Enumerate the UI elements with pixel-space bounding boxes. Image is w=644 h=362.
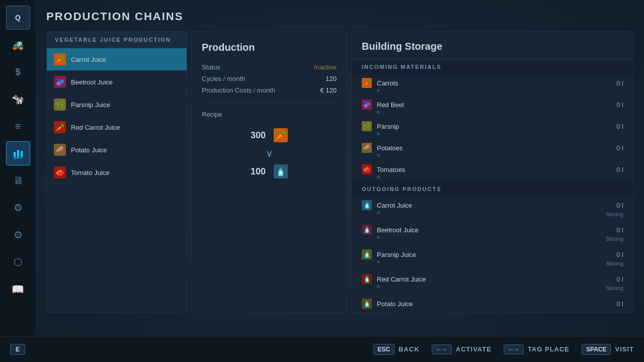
tomato-juice-label: Tomato Juice [71, 169, 110, 176]
divider-1 [202, 102, 337, 103]
recipe-item-beetroot-juice[interactable]: 🫐 Beetroot Juice [47, 71, 187, 94]
space-key-cap: SPACE [582, 344, 611, 355]
red-carrot-juice-out-amount: 0 l [616, 276, 623, 283]
activate-button[interactable]: ←→ ACTIVATE [432, 344, 492, 354]
red-carrot-juice-icon: 🥕 [54, 121, 66, 133]
red-beet-dot [377, 111, 380, 114]
sidebar-item-gears[interactable]: ⚙ [6, 196, 30, 220]
recipe-item-potato-juice[interactable]: 🥔 Potato Juice [47, 139, 187, 161]
sidebar-item-production[interactable] [6, 141, 30, 165]
sidebar-item-finance[interactable]: $ [6, 60, 30, 84]
storage-item-carrots: 🥕 Carrots 0 l [352, 74, 633, 96]
ingredient-1-icon: 🥕 [274, 128, 288, 142]
potatoes-amount: 0 l [616, 144, 623, 152]
activate-label: ACTIVATE [456, 345, 492, 353]
tomatoes-name: Tomatoes [377, 166, 611, 173]
main-content: PRODUCTION CHAINS VEGETABLE JUICE PRODUC… [36, 0, 644, 362]
costs-value: € 120 [320, 86, 337, 94]
result-1-icon: 🧴 [274, 164, 288, 178]
sidebar-item-tractor[interactable]: 🚜 [6, 33, 30, 57]
carrots-name: Carrots [377, 79, 611, 87]
red-carrot-juice-out-name: Red Carrot Juice [377, 276, 611, 283]
recipe-item-parsnip-juice[interactable]: 🌿 Parsnip Juice [47, 94, 187, 116]
recipe-item-tomato-juice[interactable]: 🍅 Tomato Juice [47, 161, 187, 184]
visit-button[interactable]: SPACE VISIT [582, 344, 634, 355]
result-1-amount: 100 [251, 166, 266, 177]
svg-rect-2 [21, 151, 23, 157]
back-button[interactable]: ESC BACK [373, 344, 420, 355]
arrow-down-icon: ∨ [266, 147, 273, 159]
carrot-juice-dot [377, 211, 380, 214]
potatoes-icon: 🥔 [362, 143, 372, 153]
cycles-value: 120 [326, 75, 337, 82]
carrots-amount: 0 l [616, 79, 623, 87]
sidebar-item-q[interactable]: Q [6, 6, 30, 30]
parsnip-juice-out-icon: 🧴 [362, 249, 372, 259]
parsnip-juice-dot [377, 260, 380, 263]
parsnip-juice-status: Storing [382, 260, 623, 266]
recipe-ingredient-1: 300 🥕 [251, 128, 288, 142]
carrot-juice-icon: 🥕 [54, 53, 66, 65]
beetroot-juice-status: Storing [382, 236, 623, 242]
sidebar-item-monitor[interactable]: 🖥 [6, 168, 30, 193]
production-title: Production [202, 42, 337, 53]
potatoes-name: Potatoes [377, 144, 611, 152]
activate-key-cap: ←→ [432, 344, 452, 354]
recipe-result-1: 100 🧴 [251, 164, 288, 178]
red-beet-amount: 0 l [616, 101, 623, 109]
incoming-materials-header: INCOMING MATERIALS [352, 60, 633, 74]
svg-rect-1 [17, 150, 19, 157]
vegetable-juice-header: VEGETABLE JUICE PRODUCTION [47, 32, 187, 48]
storage-content[interactable]: INCOMING MATERIALS 🥕 Carrots 0 l 🫐 Red B… [352, 60, 633, 309]
tomatoes-amount: 0 l [616, 166, 623, 173]
recipe-item-carrot-juice[interactable]: 🥕 Carrot Juice [47, 48, 187, 71]
storage-item-red-carrot-juice-out: 🧴 Red Carrot Juice 0 l Storing [352, 270, 633, 295]
costs-label: Production Costs / month [202, 86, 275, 94]
parsnip-juice-icon: 🌿 [54, 99, 66, 111]
potato-juice-out-icon: 🧴 [362, 299, 372, 309]
beetroot-juice-out-name: Beetroot Juice [377, 226, 611, 234]
recipe-item-red-carrot-juice[interactable]: 🥕 Red Carrot Juice [47, 116, 187, 139]
beetroot-juice-label: Beetroot Juice [71, 78, 113, 86]
tag-place-button[interactable]: ←→ TAG PLACE [504, 344, 570, 354]
carrot-juice-out-icon: 🧴 [362, 200, 372, 210]
sidebar-item-book[interactable]: 📖 [6, 277, 30, 301]
parsnip-juice-out-name: Parsnip Juice [377, 251, 611, 258]
storage-item-parsnip-juice-out: 🧴 Parsnip Juice 0 l Storing [352, 245, 633, 270]
parsnip-dot [377, 132, 380, 135]
beetroot-juice-out-icon: 🧴 [362, 225, 372, 235]
potato-juice-label: Potato Juice [71, 146, 107, 154]
sidebar-item-network[interactable]: ⬡ [6, 250, 30, 274]
outgoing-products-header: OUTGOING PRODUCTS [352, 182, 633, 196]
cycles-label: Cycles / month [202, 75, 245, 82]
storage-item-beetroot-juice-out: 🧴 Beetroot Juice 0 l Storing [352, 221, 633, 245]
visit-label: VISIT [615, 345, 634, 353]
storage-item-potatoes: 🥔 Potatoes 0 l [352, 139, 633, 160]
beetroot-juice-out-amount: 0 l [616, 226, 623, 234]
building-storage-panel: Building Storage INCOMING MATERIALS 🥕 Ca… [351, 31, 634, 313]
red-carrot-juice-out-icon: 🧴 [362, 274, 372, 284]
storage-title: Building Storage [352, 32, 633, 60]
potato-juice-icon: 🥔 [54, 144, 66, 156]
bottom-bar: E ESC BACK ←→ ACTIVATE ←→ TAG PLACE SPAC… [0, 336, 644, 362]
red-beet-name: Red Beet [377, 101, 611, 109]
tag-place-key-cap: ←→ [504, 344, 524, 354]
sidebar-item-tasks[interactable]: ≡ [6, 114, 30, 138]
tag-place-label: TAG PLACE [528, 345, 570, 353]
carrots-icon: 🥕 [362, 78, 372, 88]
storage-item-carrot-juice-out: 🧴 Carrot Juice 0 l Storing [352, 196, 633, 221]
storage-item-parsnip: 🌿 Parsnip 0 l [352, 117, 633, 139]
sidebar-item-settings[interactable]: ⚙ [6, 223, 30, 247]
red-carrot-juice-label: Red Carrot Juice [71, 124, 120, 131]
svg-rect-0 [14, 152, 16, 157]
back-label: BACK [398, 345, 420, 353]
esc-key-cap: ESC [373, 344, 395, 355]
ingredient-1-amount: 300 [251, 130, 266, 141]
sidebar-item-livestock[interactable]: 🐄 [6, 87, 30, 111]
content-row: VEGETABLE JUICE PRODUCTION 🥕 Carrot Juic… [46, 31, 634, 313]
potatoes-dot [377, 154, 380, 157]
potato-juice-out-amount: 0 l [616, 300, 623, 308]
parsnip-amount: 0 l [616, 123, 623, 130]
beetroot-juice-dot [377, 236, 380, 239]
stat-cycles: Cycles / month 120 [202, 75, 337, 82]
